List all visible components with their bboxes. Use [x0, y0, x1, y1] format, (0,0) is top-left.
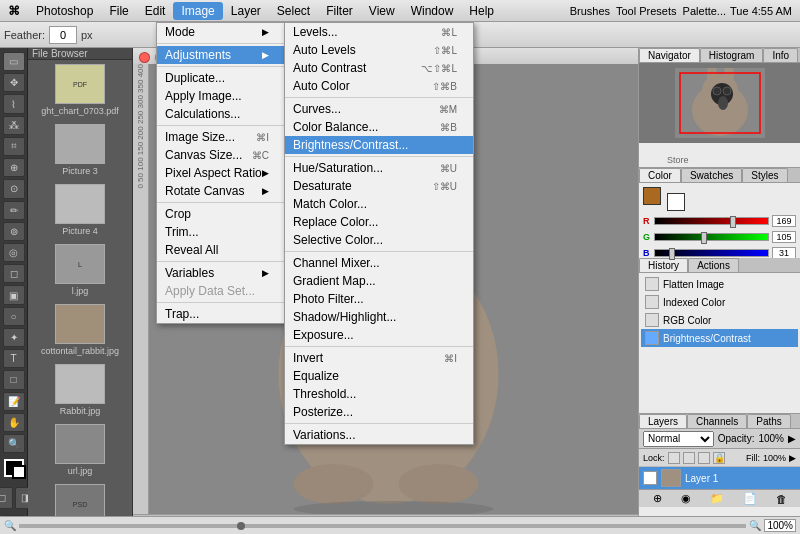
menu-rotate-canvas[interactable]: Rotate Canvas: [157, 182, 285, 200]
adj-match-color[interactable]: Match Color...: [285, 195, 473, 213]
adj-channel-mixer[interactable]: Channel Mixer...: [285, 254, 473, 272]
tool-shape[interactable]: □: [3, 370, 25, 389]
layers-mode-select[interactable]: Normal: [643, 431, 714, 447]
history-item-rgb[interactable]: RGB Color: [641, 311, 798, 329]
history-item-flatten[interactable]: Flatten Image: [641, 275, 798, 293]
menu-trim[interactable]: Trim...: [157, 223, 285, 241]
zoom-thumb[interactable]: [237, 522, 245, 530]
lock-transparency-btn[interactable]: [668, 452, 680, 464]
standard-mode[interactable]: ◻: [0, 487, 13, 509]
tool-type[interactable]: T: [3, 349, 25, 368]
tool-magic-wand[interactable]: ⁂: [3, 116, 25, 135]
menubar-help[interactable]: Help: [461, 2, 502, 20]
tool-brush[interactable]: ✏: [3, 201, 25, 220]
menu-trap[interactable]: Trap...: [157, 305, 285, 323]
adj-equalize[interactable]: Equalize: [285, 367, 473, 385]
delete-layer-btn[interactable]: 🗑: [776, 493, 787, 505]
menu-adjustments[interactable]: Adjustments: [157, 46, 285, 64]
new-layer-btn[interactable]: 📄: [743, 492, 757, 505]
tool-dodge[interactable]: ○: [3, 307, 25, 326]
adj-auto-color[interactable]: Auto Color ⇧⌘B: [285, 77, 473, 95]
menu-image-size[interactable]: Image Size... ⌘I: [157, 128, 285, 146]
menu-crop[interactable]: Crop: [157, 205, 285, 223]
menu-duplicate[interactable]: Duplicate...: [157, 69, 285, 87]
add-style-btn[interactable]: ⊕: [653, 492, 662, 505]
lock-position-btn[interactable]: [698, 452, 710, 464]
red-thumb[interactable]: [730, 216, 736, 228]
blue-thumb[interactable]: [669, 248, 675, 260]
lock-all-btn[interactable]: 🔒: [713, 452, 725, 464]
menu-mode[interactable]: Mode: [157, 23, 285, 41]
adjustments-menu[interactable]: Levels... ⌘L Auto Levels ⇧⌘L Auto Contra…: [284, 22, 474, 445]
actions-tab[interactable]: Actions: [688, 258, 739, 272]
menubar-photoshop[interactable]: Photoshop: [28, 2, 101, 20]
tool-zoom[interactable]: 🔍: [3, 434, 25, 453]
opacity-arrow[interactable]: ▶: [788, 433, 796, 444]
channels-tab[interactable]: Channels: [687, 414, 747, 428]
zoom-out-icon[interactable]: 🔍: [4, 520, 16, 531]
adj-shadow-highlight[interactable]: Shadow/Highlight...: [285, 308, 473, 326]
tool-notes[interactable]: 📝: [3, 392, 25, 411]
menubar-window[interactable]: Window: [403, 2, 462, 20]
adj-auto-levels[interactable]: Auto Levels ⇧⌘L: [285, 41, 473, 59]
adj-gradient-map[interactable]: Gradient Map...: [285, 272, 473, 290]
menu-apply-image[interactable]: Apply Image...: [157, 87, 285, 105]
adj-threshold[interactable]: Threshold...: [285, 385, 473, 403]
history-item-indexed[interactable]: Indexed Color: [641, 293, 798, 311]
file-item[interactable]: PDF ght_chart_0703.pdf: [28, 60, 132, 120]
menubar-filter[interactable]: Filter: [318, 2, 361, 20]
menubar-file[interactable]: File: [101, 2, 136, 20]
feather-input[interactable]: [49, 26, 77, 44]
adj-exposure[interactable]: Exposure...: [285, 326, 473, 344]
histogram-tab[interactable]: Histogram: [700, 48, 764, 62]
menubar-edit[interactable]: Edit: [137, 2, 174, 20]
history-tab[interactable]: History: [639, 258, 688, 272]
apple-menu[interactable]: ⌘: [0, 2, 28, 20]
adj-replace-color[interactable]: Replace Color...: [285, 213, 473, 231]
file-item[interactable]: Picture 4: [28, 180, 132, 240]
adj-auto-contrast[interactable]: Auto Contrast ⌥⇧⌘L: [285, 59, 473, 77]
tool-eraser[interactable]: ◻: [3, 264, 25, 283]
tool-move[interactable]: ✥: [3, 73, 25, 92]
adj-levels[interactable]: Levels... ⌘L: [285, 23, 473, 41]
foreground-color-swatch[interactable]: [643, 187, 661, 205]
menubar-layer[interactable]: Layer: [223, 2, 269, 20]
tool-marquee[interactable]: ▭: [3, 52, 25, 71]
red-slider[interactable]: [654, 217, 769, 225]
styles-tab[interactable]: Styles: [742, 168, 787, 182]
red-value[interactable]: 169: [772, 215, 796, 227]
file-item[interactable]: Rabbit.jpg: [28, 360, 132, 420]
adj-hue-saturation[interactable]: Hue/Saturation... ⌘U: [285, 159, 473, 177]
file-item[interactable]: cottontail_rabbit.jpg: [28, 300, 132, 360]
tool-eyedropper[interactable]: ⊕: [3, 158, 25, 177]
adj-desaturate[interactable]: Desaturate ⇧⌘U: [285, 177, 473, 195]
navigator-tab[interactable]: Navigator: [639, 48, 700, 62]
zoom-in-icon[interactable]: 🔍: [749, 520, 761, 531]
menu-canvas-size[interactable]: Canvas Size... ⌘C: [157, 146, 285, 164]
adj-brightness-contrast[interactable]: Brightness/Contrast...: [285, 136, 473, 154]
adj-curves[interactable]: Curves... ⌘M: [285, 100, 473, 118]
history-item-brightness[interactable]: Brightness/Contrast: [641, 329, 798, 347]
tool-gradient[interactable]: ▣: [3, 285, 25, 304]
tool-healing[interactable]: ⊙: [3, 179, 25, 198]
menu-calculations[interactable]: Calculations...: [157, 105, 285, 123]
close-btn[interactable]: [139, 52, 150, 63]
file-item[interactable]: L l.jpg: [28, 240, 132, 300]
tool-history-brush[interactable]: ◎: [3, 243, 25, 262]
add-layer-btn[interactable]: 📁: [710, 492, 724, 505]
menu-variables[interactable]: Variables: [157, 264, 285, 282]
green-slider[interactable]: [654, 233, 769, 241]
zoom-slider[interactable]: [19, 524, 746, 528]
layers-tab[interactable]: Layers: [639, 414, 687, 428]
fill-arrow[interactable]: ▶: [789, 453, 796, 463]
tool-path[interactable]: ✦: [3, 328, 25, 347]
info-tab[interactable]: Info: [763, 48, 798, 62]
blue-slider[interactable]: [654, 249, 769, 257]
swatches-tab[interactable]: Swatches: [681, 168, 742, 182]
zoom-value-input[interactable]: [764, 519, 796, 532]
tool-clone[interactable]: ⊚: [3, 222, 25, 241]
menu-reveal-all[interactable]: Reveal All: [157, 241, 285, 259]
tool-lasso[interactable]: ⌇: [3, 94, 25, 113]
adj-selective-color[interactable]: Selective Color...: [285, 231, 473, 249]
green-thumb[interactable]: [701, 232, 707, 244]
